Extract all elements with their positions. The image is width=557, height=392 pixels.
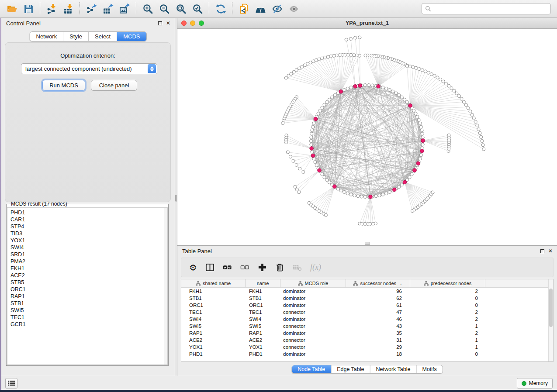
graph-hub-node[interactable] bbox=[314, 117, 318, 121]
zoom-fit-icon[interactable] bbox=[173, 1, 189, 16]
graph-hub-node[interactable] bbox=[377, 84, 381, 88]
table-row[interactable]: ACE2ACE2connector311 bbox=[181, 337, 553, 344]
float-panel-icon[interactable] bbox=[540, 249, 544, 253]
table-row[interactable]: SWI5SWI5connector431 bbox=[181, 323, 553, 330]
zoom-out-icon[interactable] bbox=[156, 1, 173, 16]
graph-hub-node[interactable] bbox=[332, 185, 336, 189]
import-table-icon[interactable] bbox=[60, 1, 76, 16]
search-box[interactable] bbox=[422, 3, 551, 14]
network-canvas[interactable] bbox=[177, 29, 557, 245]
function-builder-icon[interactable]: f(x) bbox=[310, 263, 321, 272]
close-panel-icon[interactable]: ✕ bbox=[548, 249, 553, 254]
mcds-result-item[interactable]: SRD1 bbox=[10, 251, 167, 258]
export-table-icon[interactable] bbox=[100, 1, 116, 16]
export-image-icon[interactable] bbox=[116, 1, 133, 16]
refresh-icon[interactable] bbox=[212, 1, 229, 16]
table-row[interactable]: TEC1TEC1connector472 bbox=[181, 309, 553, 316]
graph-hub-node[interactable] bbox=[369, 195, 373, 199]
canvas-splitter-grip[interactable] bbox=[365, 242, 370, 245]
mcds-result-item[interactable]: SWI5 bbox=[10, 307, 167, 314]
zoom-selected-icon[interactable] bbox=[189, 1, 206, 16]
select-all-icon[interactable] bbox=[223, 263, 232, 272]
mcds-result-item[interactable]: ORC1 bbox=[10, 286, 167, 293]
tab-mcds[interactable]: MCDS bbox=[117, 32, 146, 41]
memory-button[interactable]: Memory bbox=[517, 378, 553, 389]
close-panel-button[interactable]: Close panel bbox=[91, 80, 137, 91]
zoom-in-icon[interactable] bbox=[139, 1, 156, 16]
graph-hub-node[interactable] bbox=[339, 90, 343, 94]
mcds-result-item[interactable]: FKH1 bbox=[10, 265, 167, 272]
column-header-successor-nodes[interactable]: successor nodes⌄ bbox=[346, 279, 410, 287]
column-header-predecessor-nodes[interactable]: predecessor nodes bbox=[410, 279, 485, 287]
mcds-result-item[interactable]: PHD1 bbox=[10, 209, 167, 216]
mcds-result-item[interactable]: GCR1 bbox=[10, 321, 167, 328]
first-neighbors-icon[interactable] bbox=[252, 1, 269, 16]
graph-hub-node[interactable] bbox=[310, 147, 314, 151]
tab-node-table[interactable]: Node Table bbox=[292, 365, 331, 373]
mcds-result-item[interactable]: SWI4 bbox=[10, 244, 167, 251]
add-column-icon[interactable] bbox=[258, 263, 267, 272]
graph-hub-node[interactable] bbox=[403, 180, 407, 184]
tab-motifs[interactable]: Motifs bbox=[416, 365, 442, 373]
table-row[interactable]: YOX1YOX1connector291 bbox=[181, 344, 553, 351]
export-network-icon[interactable] bbox=[83, 1, 100, 16]
graph-hub-node[interactable] bbox=[408, 104, 412, 108]
open-file-icon[interactable] bbox=[3, 1, 20, 16]
panel-mode-icon[interactable] bbox=[205, 263, 214, 272]
tab-style[interactable]: Style bbox=[63, 32, 88, 41]
gear-icon[interactable]: ⚙ bbox=[189, 263, 197, 272]
mcds-result-item[interactable]: STB5 bbox=[10, 279, 167, 286]
delete-table-icon[interactable] bbox=[293, 263, 302, 272]
graph-hub-node[interactable] bbox=[318, 168, 322, 172]
hide-selected-icon[interactable] bbox=[269, 1, 285, 16]
tab-network-table[interactable]: Network Table bbox=[370, 365, 416, 373]
show-all-icon[interactable] bbox=[285, 1, 302, 16]
task-history-button[interactable] bbox=[5, 378, 17, 389]
table-row[interactable]: SWI4SWI4dominator462 bbox=[181, 316, 553, 323]
mcds-result-item[interactable]: RAP1 bbox=[10, 293, 167, 300]
table-row[interactable]: ORC1ORC1dominator610 bbox=[181, 302, 553, 309]
graph-hub-node[interactable] bbox=[420, 149, 424, 153]
save-session-icon[interactable] bbox=[20, 1, 37, 16]
mcds-result-item[interactable]: STP4 bbox=[10, 223, 167, 230]
mcds-result-item[interactable]: TEC1 bbox=[10, 314, 167, 321]
graph-hub-node[interactable] bbox=[413, 168, 417, 172]
table-scrollbar[interactable] bbox=[548, 279, 553, 361]
tab-select[interactable]: Select bbox=[88, 32, 117, 41]
mcds-result-item[interactable]: TID3 bbox=[10, 230, 167, 237]
column-header-name[interactable]: name bbox=[246, 279, 280, 287]
column-header-shared-name[interactable]: shared name bbox=[181, 279, 246, 287]
table-row[interactable]: STB1STB1dominator620 bbox=[181, 295, 553, 302]
float-panel-icon[interactable] bbox=[158, 21, 162, 25]
result-scrollbar[interactable] bbox=[164, 208, 167, 364]
graph-hub-node[interactable] bbox=[421, 139, 425, 143]
mcds-result-item[interactable]: ACE2 bbox=[10, 272, 167, 279]
window-maximize-icon[interactable] bbox=[199, 21, 204, 26]
delete-column-icon[interactable] bbox=[275, 263, 284, 272]
column-header-MCDS-role[interactable]: MCDS role bbox=[280, 279, 346, 287]
close-panel-icon[interactable]: ✕ bbox=[166, 21, 170, 26]
splitter-grip[interactable] bbox=[175, 195, 177, 202]
mcds-result-item[interactable]: CAR1 bbox=[10, 216, 167, 223]
graph-hub-node[interactable] bbox=[353, 85, 357, 89]
import-network-icon[interactable] bbox=[43, 1, 60, 16]
table-scrollbar-thumb[interactable] bbox=[549, 289, 553, 327]
graph-hub-node[interactable] bbox=[358, 84, 362, 88]
graph-hub-node[interactable] bbox=[311, 154, 315, 158]
table-row[interactable]: PHD1PHD1dominator180 bbox=[181, 351, 553, 358]
tab-network[interactable]: Network bbox=[30, 32, 63, 41]
clone-network-icon[interactable] bbox=[235, 1, 252, 16]
mcds-result-item[interactable]: YOX1 bbox=[10, 237, 167, 244]
deselect-all-icon[interactable] bbox=[240, 263, 249, 272]
graph-hub-node[interactable] bbox=[416, 162, 420, 165]
network-graph[interactable] bbox=[177, 29, 557, 245]
window-minimize-icon[interactable] bbox=[190, 21, 195, 26]
search-input[interactable] bbox=[433, 6, 547, 12]
window-close-icon[interactable] bbox=[181, 21, 187, 26]
tab-edge-table[interactable]: Edge Table bbox=[331, 365, 370, 373]
run-mcds-button[interactable]: Run MCDS bbox=[42, 80, 85, 91]
table-row[interactable]: FKH1FKH1dominator962 bbox=[181, 288, 553, 295]
optimization-criterion-select[interactable]: largest connected component (undirected) bbox=[21, 63, 157, 74]
table-row[interactable]: RAP1RAP1dominator352 bbox=[181, 330, 553, 337]
network-window-titlebar[interactable]: YPA_prune.txt_1 bbox=[177, 18, 557, 29]
